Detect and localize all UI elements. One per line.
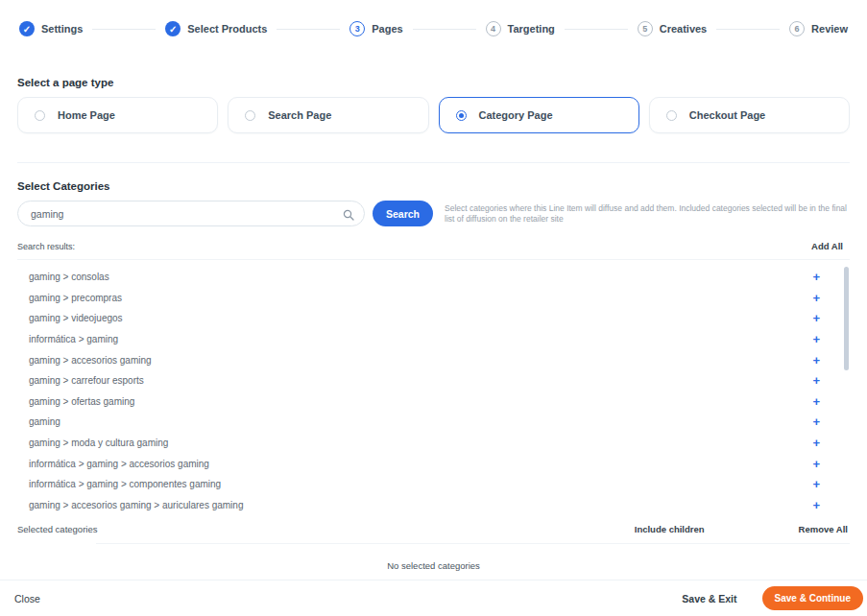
selected-divider bbox=[96, 543, 850, 544]
page-type-category[interactable]: Category Page bbox=[439, 97, 639, 133]
check-icon: ✓ bbox=[165, 21, 181, 36]
save-exit-button[interactable]: Save & Exit bbox=[682, 593, 736, 604]
close-button[interactable]: Close bbox=[14, 593, 40, 604]
wizard-stepper: ✓ Settings ✓ Select Products 3 Pages 4 T… bbox=[0, 0, 867, 36]
results-header: Search results: Add All bbox=[17, 241, 850, 251]
add-all-button[interactable]: Add All bbox=[811, 241, 850, 251]
step-number: 6 bbox=[789, 21, 805, 36]
step-creatives[interactable]: 5 Creatives bbox=[638, 21, 708, 36]
category-path: gaming > moda y cultura gaming bbox=[29, 438, 168, 448]
selected-categories-header: Selected categories Include children Rem… bbox=[17, 524, 850, 534]
add-category-button[interactable]: + bbox=[812, 415, 850, 428]
category-path: gaming > accesorios gaming bbox=[29, 355, 152, 366]
category-result-row: informática > gaming > accesorios gaming… bbox=[17, 453, 850, 474]
step-connector bbox=[413, 29, 476, 30]
radio-icon bbox=[245, 110, 255, 121]
page-type-label: Home Page bbox=[58, 109, 115, 121]
remove-all-button[interactable]: Remove All bbox=[799, 524, 850, 534]
category-result-row: gaming > ofertas gaming + bbox=[17, 391, 850, 413]
category-result-row: gaming > accesorios gaming > auriculares… bbox=[17, 495, 850, 516]
step-label: Creatives bbox=[660, 23, 708, 35]
page-type-search[interactable]: Search Page bbox=[228, 97, 428, 133]
category-result-row: gaming > carrefour esports + bbox=[17, 370, 850, 391]
category-result-row: gaming > moda y cultura gaming + bbox=[17, 433, 850, 454]
include-children-label: Include children bbox=[635, 524, 705, 534]
step-select-products[interactable]: ✓ Select Products bbox=[165, 21, 267, 36]
category-result-row: gaming + bbox=[17, 412, 850, 433]
add-category-button[interactable]: + bbox=[812, 499, 850, 511]
page-type-home[interactable]: Home Page bbox=[17, 97, 218, 133]
category-search-row: Search Select categories where this Line… bbox=[17, 201, 850, 226]
category-result-row: informática > gaming + bbox=[17, 329, 850, 350]
step-label: Settings bbox=[41, 23, 83, 35]
add-category-button[interactable]: + bbox=[812, 437, 850, 449]
step-review[interactable]: 6 Review bbox=[789, 21, 848, 36]
step-connector bbox=[565, 29, 628, 30]
radio-selected-icon bbox=[456, 110, 467, 121]
category-path: informática > gaming bbox=[29, 334, 118, 344]
no-selected-categories-text: No selected categories bbox=[0, 560, 867, 571]
step-connector bbox=[92, 29, 156, 30]
category-path: informática > gaming > accesorios gaming bbox=[29, 459, 209, 469]
radio-icon bbox=[35, 110, 45, 121]
page-type-title: Select a page type bbox=[17, 77, 867, 88]
category-path: gaming > consolas bbox=[29, 272, 109, 282]
category-path: gaming > accesorios gaming > auriculares… bbox=[29, 500, 243, 510]
step-number: 4 bbox=[486, 21, 501, 36]
category-path: gaming > videojuegos bbox=[29, 313, 123, 323]
step-number: 3 bbox=[349, 21, 365, 36]
step-pages[interactable]: 3 Pages bbox=[349, 21, 402, 36]
category-result-row: gaming > accesorios gaming + bbox=[17, 349, 850, 370]
page-type-section: Select a page type Home Page Search Page… bbox=[0, 77, 867, 133]
category-result-row: informática > gaming > componentes gamin… bbox=[17, 474, 850, 495]
check-icon: ✓ bbox=[19, 21, 35, 36]
search-button[interactable]: Search bbox=[373, 201, 433, 226]
page-type-label: Search Page bbox=[268, 109, 331, 121]
save-continue-button[interactable]: Save & Continue bbox=[762, 586, 863, 610]
category-path: gaming bbox=[29, 416, 60, 427]
category-search-input[interactable] bbox=[17, 201, 365, 226]
step-connector bbox=[277, 29, 340, 30]
page-type-options: Home Page Search Page Category Page Chec… bbox=[17, 97, 850, 133]
add-category-button[interactable]: + bbox=[812, 458, 850, 470]
add-category-button[interactable]: + bbox=[812, 478, 850, 490]
step-label: Targeting bbox=[508, 23, 555, 35]
step-settings[interactable]: ✓ Settings bbox=[19, 21, 83, 36]
radio-icon bbox=[666, 110, 677, 121]
step-targeting[interactable]: 4 Targeting bbox=[486, 21, 555, 36]
category-results-list: gaming > consolas + gaming > precompras … bbox=[17, 259, 850, 516]
add-category-button[interactable]: + bbox=[812, 395, 850, 408]
categories-section: Select Categories Search Select categori… bbox=[0, 180, 867, 516]
page-type-checkout[interactable]: Checkout Page bbox=[649, 97, 850, 133]
step-label: Pages bbox=[372, 23, 402, 35]
add-category-button[interactable]: + bbox=[812, 374, 850, 387]
category-path: gaming > carrefour esports bbox=[29, 375, 144, 386]
step-number: 5 bbox=[638, 21, 653, 36]
search-icon bbox=[343, 207, 354, 225]
wizard-footer: Close Save & Exit Save & Continue bbox=[0, 580, 867, 616]
step-label: Select Products bbox=[187, 23, 267, 35]
category-result-row: gaming > consolas + bbox=[17, 267, 850, 288]
section-divider bbox=[17, 162, 850, 163]
page-type-label: Checkout Page bbox=[689, 109, 765, 121]
categories-helper-text: Select categories where this Line Item w… bbox=[445, 203, 850, 224]
category-path: gaming > precompras bbox=[29, 293, 122, 303]
step-label: Review bbox=[811, 23, 848, 35]
search-input-wrap bbox=[17, 201, 365, 226]
results-title: Search results: bbox=[17, 242, 75, 251]
results-scrollbar[interactable] bbox=[844, 267, 849, 370]
category-path: informática > gaming > componentes gamin… bbox=[29, 479, 221, 489]
category-path: gaming > ofertas gaming bbox=[29, 396, 134, 407]
category-result-row: gaming > videojuegos + bbox=[17, 308, 850, 329]
step-connector bbox=[716, 29, 780, 30]
selected-categories-title: Selected categories bbox=[17, 524, 635, 534]
page-type-label: Category Page bbox=[479, 109, 553, 121]
category-result-row: gaming > precompras + bbox=[17, 288, 850, 309]
categories-title: Select Categories bbox=[17, 180, 867, 192]
